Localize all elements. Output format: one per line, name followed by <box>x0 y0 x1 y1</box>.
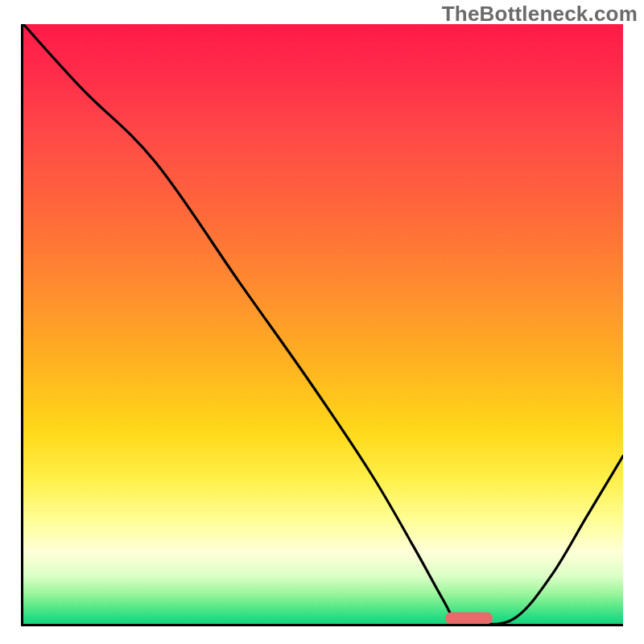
ideal-range-marker <box>445 613 493 625</box>
watermark-text: TheBottleneck.com <box>442 2 638 27</box>
bottleneck-curve-path <box>23 24 623 624</box>
chart-plot-area <box>21 24 623 626</box>
bottleneck-curve <box>23 24 623 624</box>
